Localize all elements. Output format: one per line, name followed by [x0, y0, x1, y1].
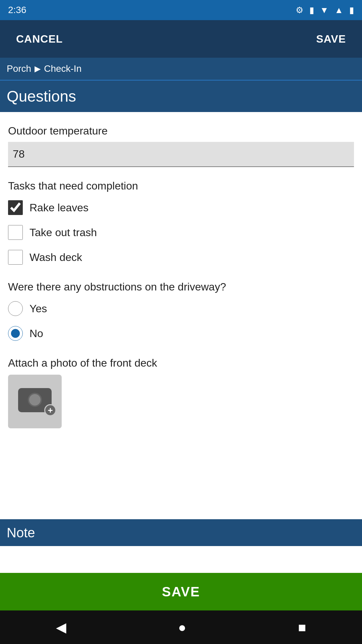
checkbox-deck-input[interactable]	[8, 250, 23, 265]
checkbox-trash[interactable]: Take out trash	[8, 222, 354, 243]
photo-section: Attach a photo of the front deck +	[8, 354, 354, 428]
nav-back-icon[interactable]: ◀	[56, 620, 66, 635]
driveway-label: Were there any obstructions on the drive…	[8, 281, 354, 293]
nav-bar: ◀ ● ■	[0, 610, 362, 644]
save-top-button[interactable]: SAVE	[313, 28, 349, 51]
breadcrumb-arrow: ▶	[35, 64, 41, 73]
checkbox-deck[interactable]: Wash deck	[8, 247, 354, 268]
status-time: 2:36	[8, 5, 296, 15]
status-icons: ⚙ ▮ ▼ ▲ ▮	[296, 5, 354, 15]
wifi-icon: ▼	[320, 5, 329, 15]
radio-yes-label: Yes	[29, 303, 47, 315]
nav-home-icon[interactable]: ●	[178, 620, 186, 635]
driveway-radio-group: Yes No	[8, 298, 354, 344]
breadcrumb-part2: Check-In	[44, 63, 81, 74]
tasks-label: Tasks that need completion	[8, 180, 354, 192]
outdoor-temperature-input[interactable]	[8, 142, 354, 167]
radio-yes-input[interactable]	[8, 301, 23, 316]
questions-section-header: Questions	[0, 80, 362, 112]
outdoor-temperature-label: Outdoor temperature	[8, 125, 354, 137]
checkbox-rake-input[interactable]	[8, 200, 23, 215]
checkbox-rake[interactable]: Rake leaves	[8, 197, 354, 218]
nav-recents-icon[interactable]: ■	[298, 620, 306, 635]
checkbox-rake-label: Rake leaves	[29, 202, 88, 214]
tasks-checkbox-group: Rake leaves Take out trash Wash deck	[8, 197, 354, 268]
battery-icon: ▮	[349, 5, 354, 15]
checkbox-trash-input[interactable]	[8, 225, 23, 240]
breadcrumb: Porch ▶ Check-In	[0, 58, 362, 80]
radio-no[interactable]: No	[8, 323, 354, 344]
main-content: Outdoor temperature Tasks that need comp…	[0, 112, 362, 519]
note-section-header: Note	[0, 519, 362, 546]
settings-icon: ⚙	[296, 5, 303, 15]
action-bar: CANCEL SAVE	[0, 20, 362, 58]
radio-no-label: No	[29, 327, 43, 340]
save-bottom-button[interactable]: SAVE	[0, 573, 362, 610]
photo-label: Attach a photo of the front deck	[8, 357, 354, 369]
outdoor-temperature-question: Outdoor temperature	[8, 122, 354, 177]
radio-no-input[interactable]	[8, 326, 23, 341]
photo-attach-button[interactable]: +	[8, 375, 62, 428]
checkbox-deck-label: Wash deck	[29, 251, 82, 264]
tasks-question: Tasks that need completion Rake leaves T…	[8, 177, 354, 278]
radio-yes[interactable]: Yes	[8, 298, 354, 319]
status-bar: 2:36 ⚙ ▮ ▼ ▲ ▮	[0, 0, 362, 20]
camera-lens	[28, 393, 42, 407]
sim-icon: ▮	[309, 5, 314, 15]
breadcrumb-part1: Porch	[7, 63, 31, 74]
note-content-area	[0, 546, 362, 573]
note-section: Note	[0, 519, 362, 573]
checkbox-trash-label: Take out trash	[29, 226, 97, 239]
camera-icon-wrap: +	[18, 388, 52, 415]
cancel-button[interactable]: CANCEL	[13, 28, 65, 51]
camera-plus-icon: +	[44, 404, 56, 416]
driveway-question: Were there any obstructions on the drive…	[8, 278, 354, 354]
questions-title: Questions	[7, 88, 76, 105]
signal-icon: ▲	[335, 5, 343, 15]
note-title: Note	[7, 525, 35, 540]
